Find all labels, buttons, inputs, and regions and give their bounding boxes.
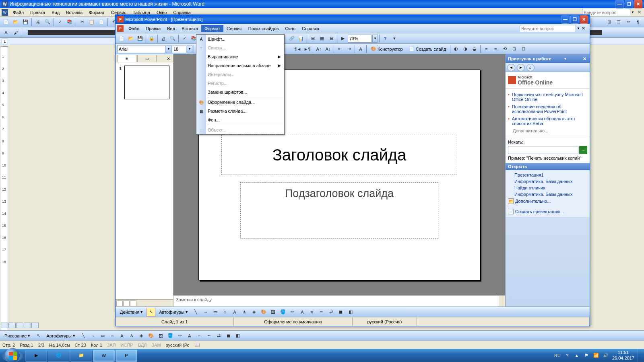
- task-pane-dropdown[interactable]: ▼: [564, 57, 567, 61]
- pp-grayscale-icon[interactable]: ◑: [461, 45, 470, 53]
- pp-tables-icon[interactable]: ▦: [318, 34, 326, 43]
- task-home-button[interactable]: ⌂: [526, 64, 535, 71]
- pp-menu-slideshow[interactable]: Показ слайдов: [245, 25, 282, 32]
- task-pane-close[interactable]: ✕: [582, 56, 587, 62]
- word-menu-edit[interactable]: Правка: [27, 9, 48, 16]
- status-lang[interactable]: русский (Ро: [166, 343, 190, 348]
- taskbar-chrome[interactable]: 🌐: [48, 350, 70, 362]
- word-menu-format[interactable]: Формат: [86, 9, 108, 16]
- pp-menu-tools[interactable]: Сервис: [223, 25, 245, 32]
- dash-style-icon[interactable]: ┅: [204, 331, 213, 340]
- tray-volume-icon[interactable]: 🔊: [603, 352, 609, 359]
- pp-slides-tab[interactable]: ▭: [137, 55, 157, 62]
- pp-slideshow-view-icon[interactable]: [130, 300, 136, 306]
- word-menu-file[interactable]: Файл: [10, 9, 27, 16]
- start-button[interactable]: [2, 349, 23, 362]
- pp-menu-window[interactable]: Окно: [282, 25, 299, 32]
- research-icon[interactable]: 📚: [65, 18, 74, 27]
- pp-diagram-icon[interactable]: ◈: [250, 308, 258, 317]
- recent-item-4[interactable]: Информатика. Базы данных: [508, 191, 587, 197]
- fm-align[interactable]: Выравнивание▶: [196, 52, 284, 61]
- pp-font-color-icon2[interactable]: A: [298, 308, 307, 317]
- pp-group-icon[interactable]: ⊡: [510, 45, 518, 53]
- pp-3d-icon[interactable]: ◧: [346, 308, 355, 317]
- pp-maximize-button[interactable]: ❐: [570, 15, 579, 24]
- pp-design-button[interactable]: 🎨Конструктор: [368, 45, 406, 53]
- recent-item-2[interactable]: Информатика. Базы данных: [508, 178, 587, 185]
- table-icon[interactable]: ⊞: [605, 18, 613, 27]
- word-autoshapes[interactable]: Автофигуры▾: [43, 331, 78, 340]
- pp-inc-font-icon[interactable]: A↑: [314, 45, 323, 53]
- columns-icon[interactable]: ☰: [614, 18, 623, 27]
- word-question-dropdown[interactable]: ▼: [631, 10, 634, 14]
- pp-rect-icon[interactable]: ▭: [211, 308, 220, 317]
- reading-view-icon[interactable]: [31, 323, 39, 328]
- fm-slide-design[interactable]: 🎨Оформление слайда...: [196, 98, 284, 107]
- pp-show-icon[interactable]: ▶: [339, 34, 347, 43]
- slide-thumbnail-1[interactable]: 1: [124, 66, 169, 99]
- recent-item-1[interactable]: Презентация1: [508, 172, 587, 178]
- tray-lang[interactable]: RU: [554, 353, 561, 358]
- pp-ltr-icon[interactable]: ¶◄: [293, 45, 302, 53]
- pp-question-input[interactable]: [520, 25, 576, 32]
- task-forward-button[interactable]: ►: [517, 64, 525, 71]
- pp-zoom-dropdown[interactable]: ▼: [372, 35, 378, 43]
- pp-bw-icon[interactable]: ◐: [452, 45, 460, 53]
- taskbar-wmp[interactable]: ▶: [25, 350, 47, 362]
- print-view-icon[interactable]: [16, 323, 23, 328]
- pp-line-color-icon[interactable]: ✏: [288, 308, 297, 317]
- picture-icon[interactable]: 🖼: [156, 331, 165, 340]
- pp-wordart-icon[interactable]: 𝐀: [240, 308, 249, 317]
- fm-font[interactable]: AШрифт...: [196, 35, 284, 43]
- tray-help-icon[interactable]: ?: [564, 352, 570, 359]
- pp-outline-tab[interactable]: ≡: [117, 55, 136, 62]
- word-menu-insert[interactable]: Вставка: [63, 9, 86, 16]
- arrow-icon[interactable]: →: [89, 331, 97, 340]
- pp-actions-menu[interactable]: Действия▾: [117, 308, 146, 317]
- recent-more[interactable]: 📂Дополнительно...: [508, 197, 587, 205]
- wordart-icon[interactable]: 𝐀: [127, 331, 136, 340]
- pp-close-button[interactable]: ✕: [580, 15, 588, 24]
- pp-ungroup-icon[interactable]: ⊟: [519, 45, 528, 53]
- task-link-connect[interactable]: •Подключиться к веб-узлу Microsoft Offic…: [508, 91, 587, 103]
- taskbar-explorer[interactable]: 📁: [70, 350, 92, 362]
- pp-open-icon[interactable]: 📂: [126, 34, 135, 43]
- shadow-icon[interactable]: ◼: [224, 331, 233, 340]
- tab-selector[interactable]: L: [2, 39, 8, 44]
- word-draw-menu[interactable]: Рисование▾: [2, 331, 33, 340]
- pp-table-icon[interactable]: ⊞: [308, 34, 317, 43]
- line-style-icon[interactable]: ≡: [195, 331, 204, 340]
- tray-clock[interactable]: 11:51 26.04.2017: [612, 350, 634, 360]
- task-link-update[interactable]: •Автоматически обновлять этот список из …: [508, 115, 587, 127]
- fm-slide-layout[interactable]: ▦Разметка слайда...: [196, 107, 284, 115]
- pp-print-icon[interactable]: 🖨: [159, 34, 168, 43]
- task-link-more[interactable]: Дополнительно...: [508, 127, 587, 134]
- pp-picture-icon[interactable]: 🖼: [269, 308, 278, 317]
- pp-preview-icon[interactable]: 🔍: [168, 34, 177, 43]
- outline-view-icon[interactable]: [24, 323, 31, 328]
- pp-sorter-view-icon[interactable]: [123, 300, 130, 306]
- taskbar-word[interactable]: W: [93, 350, 115, 362]
- word-minimize-button[interactable]: —: [615, 0, 624, 8]
- 3d-icon[interactable]: ◧: [233, 331, 242, 340]
- pp-zoom-input[interactable]: 73%: [348, 35, 372, 43]
- pp-new-slide-button[interactable]: 📄Создать слайд: [406, 45, 449, 53]
- pp-font-select[interactable]: Arial: [117, 45, 165, 53]
- clipart-icon[interactable]: 🎨: [147, 331, 155, 340]
- pp-size-select[interactable]: 18: [172, 45, 186, 53]
- font-color-icon[interactable]: A: [185, 331, 194, 340]
- style-icon[interactable]: A: [2, 28, 10, 37]
- notes-scrollbar[interactable]: [499, 296, 505, 306]
- pp-outline-close[interactable]: ✕: [165, 56, 171, 62]
- pp-color-icon[interactable]: ◒: [470, 45, 479, 53]
- rect-icon[interactable]: ▭: [98, 331, 107, 340]
- pp-line-icon[interactable]: ╲: [192, 308, 200, 317]
- word-maximize-button[interactable]: ❐: [625, 0, 633, 8]
- slide-subtitle-placeholder[interactable]: Подзаголовок слайда: [240, 182, 438, 239]
- pp-menu-format[interactable]: Формат: [201, 25, 223, 32]
- pp-doc-close-button[interactable]: ✕: [582, 26, 588, 31]
- pp-rtl-icon[interactable]: ►¶: [303, 45, 312, 53]
- pp-textbox-icon[interactable]: A: [230, 308, 239, 317]
- tray-flag-icon[interactable]: ⚑: [583, 352, 590, 359]
- pp-clipart-icon[interactable]: 🎨: [259, 308, 268, 317]
